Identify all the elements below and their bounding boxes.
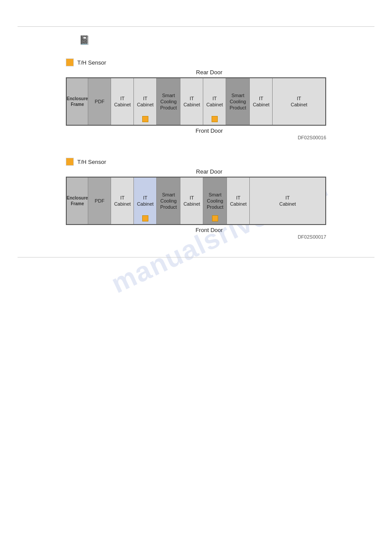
cell-it-2b-blue: ITCabinet xyxy=(134,178,157,224)
enclosure-1: EnclosureFrame PDF ITCabinet ITCabinet S… xyxy=(66,77,326,126)
cell-it-1f: ITCabinet xyxy=(273,78,325,125)
cell-it-1e: ITCabinet xyxy=(250,78,273,125)
cell-it-2a: ITCabinet xyxy=(111,178,134,224)
cell-smart-1b: SmartCoolingProduct xyxy=(226,78,250,125)
diagrams-wrapper: T/H Sensor Rear Door EnclosureFrame PDF … xyxy=(66,58,326,239)
cell-smart-2b: SmartCoolingProduct xyxy=(203,178,227,224)
legend-1: T/H Sensor xyxy=(66,58,326,66)
top-divider xyxy=(18,26,374,27)
cell-enclosure-frame-1: EnclosureFrame xyxy=(67,78,88,125)
legend-2: T/H Sensor xyxy=(66,158,326,166)
cell-it-2e: ITCabinet xyxy=(250,178,325,224)
cell-it-1b: ITCabinet xyxy=(134,78,157,125)
door-top-2: Rear Door xyxy=(92,168,326,175)
legend-box-1 xyxy=(66,58,74,66)
diagram-block-1: T/H Sensor Rear Door EnclosureFrame PDF … xyxy=(66,58,326,140)
legend-box-2 xyxy=(66,158,74,166)
cell-pdf-2: PDF xyxy=(88,178,111,224)
cell-it-1c: ITCabinet xyxy=(180,78,203,125)
sensor-1d xyxy=(212,116,218,122)
cell-smart-2a: SmartCoolingProduct xyxy=(157,178,180,224)
cell-smart-1a: SmartCoolingProduct xyxy=(157,78,180,125)
legend-label-2: T/H Sensor xyxy=(77,159,106,165)
cell-pdf-1: PDF xyxy=(88,78,111,125)
door-top-1: Rear Door xyxy=(92,69,326,76)
diagram-ref-1: DF02S00016 xyxy=(66,135,326,140)
diagram-ref-2: DF02S00017 xyxy=(66,234,326,239)
legend-label-1: T/H Sensor xyxy=(77,59,106,66)
cell-enclosure-frame-2: EnclosureFrame xyxy=(67,178,88,224)
door-bottom-2: Front Door xyxy=(92,227,326,233)
cell-it-1d: ITCabinet xyxy=(203,78,226,125)
cell-it-2c: ITCabinet xyxy=(180,178,203,224)
cell-it-1a: ITCabinet xyxy=(111,78,134,125)
diagram-block-2: T/H Sensor Rear Door EnclosureFrame PDF … xyxy=(66,158,326,239)
door-bottom-1: Front Door xyxy=(92,127,326,134)
sensor-2e xyxy=(212,215,218,221)
note-icon-area: 📓 xyxy=(79,35,392,45)
sensor-2b xyxy=(142,215,148,221)
sensor-1b xyxy=(142,116,148,122)
bottom-divider xyxy=(18,257,374,258)
book-icon: 📓 xyxy=(79,35,90,45)
enclosure-2: EnclosureFrame PDF ITCabinet ITCabinet S… xyxy=(66,177,326,225)
cell-it-2d: ITCabinet xyxy=(227,178,250,224)
